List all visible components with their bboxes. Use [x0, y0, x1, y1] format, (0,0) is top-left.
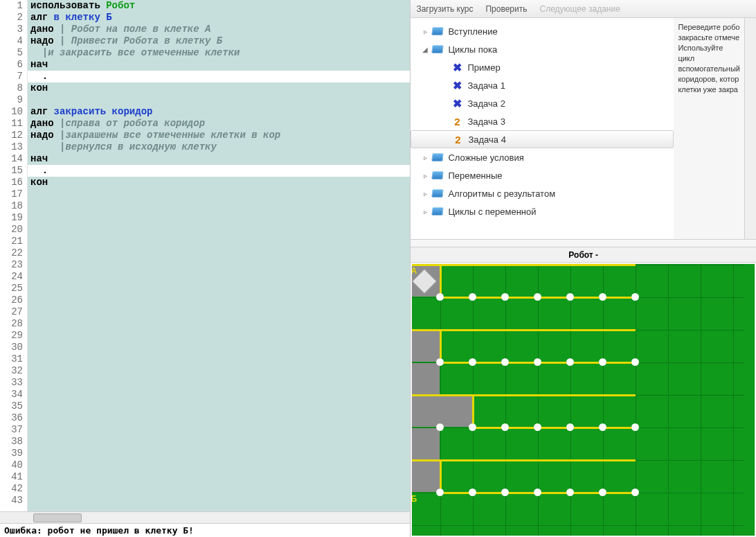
- folder-icon: [431, 187, 444, 200]
- tree-item-label: Задача 3: [467, 116, 505, 127]
- tree-item[interactable]: 2Задача 4: [411, 130, 674, 148]
- check-button[interactable]: Проверить: [485, 4, 527, 14]
- robot-pane: Робот - АБ: [411, 247, 756, 537]
- load-course-button[interactable]: Загрузить курс: [416, 4, 473, 14]
- tree-item-label: Переменные: [448, 170, 502, 181]
- folder-icon: [431, 43, 444, 55]
- editor-pane: 1234567891011121314151617181920212223242…: [0, 0, 411, 537]
- code-editor[interactable]: 1234567891011121314151617181920212223242…: [0, 0, 410, 511]
- tree-item-label: Сложные условия: [448, 152, 523, 163]
- error-bar: Ошибка: робот не пришел в клетку Б!: [0, 523, 410, 537]
- number-icon: 2: [451, 115, 463, 127]
- tree-item[interactable]: ▹Переменные: [411, 166, 674, 184]
- tree-item[interactable]: ▹Алгоритмы с результатом: [411, 184, 674, 202]
- folder-icon: [431, 205, 444, 218]
- task-tree[interactable]: ▹Вступление◢Циклы пока✖Пример✖Задача 1✖З…: [411, 18, 674, 239]
- tree-vertical-scrollbar[interactable]: [744, 18, 756, 239]
- tree-item-label: Циклы с переменной: [448, 206, 536, 217]
- folder-icon: [431, 151, 444, 164]
- tree-item-label: Задача 1: [467, 80, 505, 91]
- right-pane: Загрузить курс Проверить Следующее задан…: [411, 0, 756, 537]
- task-description: Переведите робозакрасьте отмечеИспользуй…: [674, 18, 744, 239]
- tree-item[interactable]: ▹Вступление: [411, 22, 674, 40]
- tree-item-label: Циклы пока: [448, 44, 497, 55]
- robot-field[interactable]: АБ: [412, 264, 755, 536]
- code-area[interactable]: использовать Роботалг в клетку Бдано | Р…: [28, 0, 410, 511]
- folder-icon: [431, 25, 444, 37]
- tree-item[interactable]: ✖Задача 1: [411, 76, 674, 94]
- x-icon: ✖: [451, 61, 463, 73]
- tree-item[interactable]: ✖Пример: [411, 58, 674, 76]
- x-icon: ✖: [451, 97, 463, 109]
- next-task-button: Следующее задание: [540, 4, 620, 14]
- robot-title: Робот -: [411, 247, 756, 263]
- course-middle: ▹Вступление◢Циклы пока✖Пример✖Задача 1✖З…: [411, 18, 756, 240]
- tree-item[interactable]: ✖Задача 2: [411, 94, 674, 112]
- tree-item[interactable]: ◢Циклы пока: [411, 40, 674, 58]
- scrollbar-thumb[interactable]: [33, 513, 82, 522]
- folder-icon: [431, 169, 444, 182]
- tree-item-label: Пример: [467, 62, 500, 73]
- x-icon: ✖: [451, 79, 463, 91]
- line-gutter: 1234567891011121314151617181920212223242…: [0, 0, 28, 511]
- tree-item[interactable]: ▹Циклы с переменной: [411, 202, 674, 220]
- tree-item-label: Задача 4: [468, 134, 505, 145]
- editor-horizontal-scrollbar[interactable]: [0, 511, 410, 523]
- tree-item[interactable]: ▹Сложные условия: [411, 148, 674, 166]
- tree-item-label: Задача 2: [467, 98, 505, 109]
- tree-item-label: Алгоритмы с результатом: [448, 188, 555, 199]
- course-toolbar: Загрузить курс Проверить Следующее задан…: [411, 0, 756, 18]
- number-icon: 2: [451, 133, 464, 146]
- tree-item[interactable]: 2Задача 3: [411, 112, 674, 130]
- tree-item-label: Вступление: [448, 26, 497, 37]
